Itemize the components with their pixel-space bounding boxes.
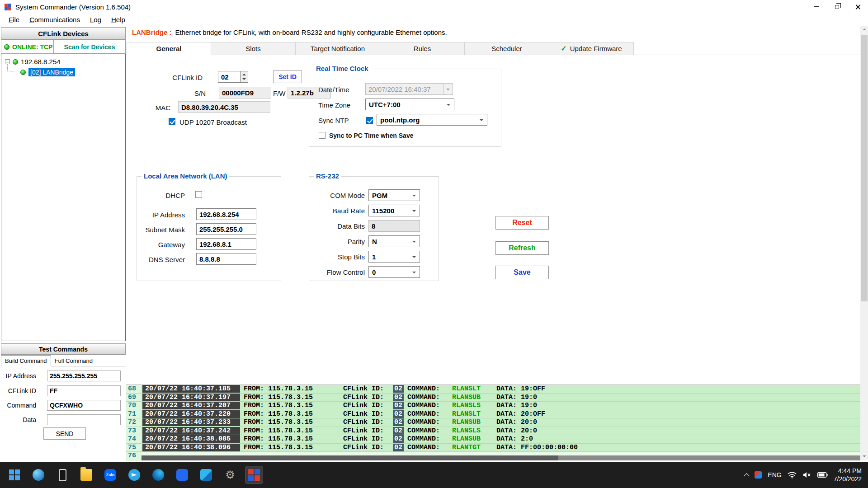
tc-ip-input[interactable]: 255.255.255.255 xyxy=(47,371,121,381)
log-row[interactable]: 6920/07/22 16:40:37.197FROM: 115.78.3.15… xyxy=(126,394,860,402)
timezone-select[interactable]: UTC+7:00 xyxy=(365,99,454,110)
log-row[interactable]: 7220/07/22 16:40:37.233FROM: 115.78.3.15… xyxy=(126,418,860,427)
stop-bits-label: Stop Bits xyxy=(309,253,365,261)
udp-broadcast-checkbox[interactable] xyxy=(169,118,175,125)
tray-app-icon[interactable] xyxy=(755,471,762,479)
scroll-down-icon[interactable] xyxy=(860,453,868,460)
log-horizontal-scrollbar[interactable] xyxy=(142,455,860,460)
battery-icon[interactable] xyxy=(817,472,828,478)
taskbar-telegram-icon[interactable] xyxy=(125,466,143,484)
restore-button[interactable] xyxy=(826,0,847,14)
log-row[interactable]: 6820/07/22 16:40:37.185FROM: 115.78.3.15… xyxy=(126,385,860,394)
tc-command-input[interactable]: QCFXWHO xyxy=(47,400,121,411)
ip-address-label: IP Address xyxy=(137,211,185,219)
data-bits-label: Data Bits xyxy=(309,222,365,230)
tab-label: General xyxy=(156,45,182,52)
taskbar-zalo-icon[interactable]: Zalo xyxy=(101,466,119,484)
taskbar-settings-gears-icon[interactable]: ⚙ xyxy=(221,466,239,484)
stop-bits-select[interactable]: 1 xyxy=(368,251,420,263)
minimize-button[interactable] xyxy=(806,0,826,14)
tab-target-notification[interactable]: Target Notification xyxy=(296,42,380,55)
wifi-icon[interactable] xyxy=(788,471,797,479)
device-led-icon xyxy=(13,59,18,65)
log-row[interactable]: 7420/07/22 16:40:38.085FROM: 115.78.3.15… xyxy=(126,435,860,444)
reset-button[interactable]: Reset xyxy=(495,216,549,230)
ip-address-input[interactable]: 192.68.8.254 xyxy=(196,208,256,220)
lan-group-title: Local Area Network (LAN) xyxy=(142,172,229,180)
tc-data-input[interactable] xyxy=(47,414,121,425)
taskbar-app-blue-icon[interactable] xyxy=(173,466,191,484)
volume-muted-icon[interactable] xyxy=(802,471,811,479)
datetime-dropdown-button[interactable] xyxy=(443,83,453,95)
log-data-value: DATA: 19:OFF xyxy=(496,385,545,393)
log-row[interactable]: 7520/07/22 16:40:38.096FROM: 115.78.3.15… xyxy=(126,444,860,452)
set-id-button[interactable]: Set ID xyxy=(273,70,302,83)
log-area: 6820/07/22 16:40:37.185FROM: 115.78.3.15… xyxy=(126,385,860,460)
scan-for-devices-button[interactable]: Scan for Devices xyxy=(54,40,126,54)
dhcp-checkbox[interactable] xyxy=(195,191,202,198)
menu-item-file[interactable]: File xyxy=(4,14,24,25)
mac-value: D8.80.39.20.4C.35 xyxy=(178,101,270,113)
log-row[interactable]: 7320/07/22 16:40:37.242FROM: 115.78.3.15… xyxy=(126,427,860,436)
tab-rules[interactable]: Rules xyxy=(380,42,465,55)
taskbar-start-icon[interactable] xyxy=(5,466,24,484)
tree-node-gateway[interactable]: 192.68.8.254 xyxy=(5,58,61,66)
log-source: FROM: 115.78.3.15 xyxy=(244,394,340,401)
sync-pc-checkbox[interactable] xyxy=(319,132,326,139)
menu-item-log[interactable]: Log xyxy=(85,14,106,25)
subnet-mask-input[interactable]: 255.255.255.0 xyxy=(196,223,256,235)
log-scrollbar-thumb[interactable] xyxy=(142,455,558,460)
taskbar-file-explorer-icon[interactable] xyxy=(77,466,95,484)
menu-item-mnemonic: C xyxy=(29,16,34,23)
datetime-picker[interactable]: 20/07/2022 16:40:37 xyxy=(365,83,443,95)
baud-rate-select[interactable]: 115200 xyxy=(368,205,420,216)
scrollbar-thumb[interactable] xyxy=(861,35,868,301)
close-button[interactable] xyxy=(847,0,868,14)
test-commands-panel: Test Commands Build Command Full Command… xyxy=(1,343,126,460)
log-command-label: COMMAND: xyxy=(407,394,450,401)
send-button[interactable]: SEND xyxy=(43,427,86,440)
taskbar-vscode-icon[interactable] xyxy=(197,466,215,484)
dns-server-input[interactable]: 8.8.8.8 xyxy=(196,253,256,265)
tray-chevron-up-icon[interactable] xyxy=(744,473,750,479)
taskbar-edge-icon[interactable] xyxy=(149,466,167,484)
taskbar-clock[interactable]: 4:44 PM 7/20/2022 xyxy=(834,467,862,483)
tree-node-lanbridge[interactable]: [02] LANBridge xyxy=(20,68,75,76)
menu-item-help[interactable]: Help xyxy=(106,14,130,25)
ntp-server-select[interactable]: pool.ntp.org xyxy=(377,114,487,126)
tab-slots[interactable]: Slots xyxy=(211,42,296,55)
online-status-badge[interactable]: ONLINE: TCP xyxy=(1,40,54,54)
log-row[interactable]: 7120/07/22 16:40:37.220FROM: 115.78.3.15… xyxy=(126,410,860,419)
cflink-id-spinner[interactable] xyxy=(241,71,248,83)
tab-full-command[interactable]: Full Command xyxy=(51,356,97,366)
language-indicator[interactable]: ENG xyxy=(768,471,781,479)
tc-cflink-id-input[interactable]: FF xyxy=(47,385,121,396)
log-source: FROM: 115.78.3.15 xyxy=(244,427,340,435)
baud-rate-label: Baud Rate xyxy=(309,207,365,215)
tab-update-firmware[interactable]: ✓Update Firmware xyxy=(549,42,634,55)
vertical-scrollbar[interactable] xyxy=(860,26,868,460)
tab-build-command[interactable]: Build Command xyxy=(1,355,51,366)
com-mode-select[interactable]: PGM xyxy=(368,189,420,201)
tc-cflink-id-label: CFLink ID xyxy=(2,387,36,394)
save-button[interactable]: Save xyxy=(495,266,549,279)
cflink-id-input[interactable]: 02 xyxy=(218,71,241,83)
taskbar-browser-icon[interactable] xyxy=(29,466,47,484)
menu-item-communications[interactable]: Communications xyxy=(24,14,85,25)
taskbar-system-commander-icon[interactable] xyxy=(245,466,263,484)
devices-panel-header: CFLink Devices xyxy=(1,27,126,40)
tab-scheduler[interactable]: Scheduler xyxy=(465,42,549,55)
refresh-button[interactable]: Refresh xyxy=(495,241,549,255)
parity-label: Parity xyxy=(309,238,365,245)
online-status-label: ONLINE: TCP xyxy=(12,43,52,51)
parity-select[interactable]: N xyxy=(368,235,420,247)
log-row[interactable]: 7020/07/22 16:40:37.207FROM: 115.78.3.15… xyxy=(126,402,860,410)
collapse-icon[interactable] xyxy=(5,59,10,64)
gateway-input[interactable]: 192.68.8.1 xyxy=(196,238,256,250)
flow-control-select[interactable]: 0 xyxy=(368,266,420,278)
taskbar-phone-link-icon[interactable] xyxy=(53,466,71,484)
log-line-number: 73 xyxy=(126,427,142,435)
tab-general[interactable]: General xyxy=(127,42,211,55)
sync-ntp-checkbox[interactable] xyxy=(366,117,373,124)
scroll-up-icon[interactable] xyxy=(860,26,868,34)
